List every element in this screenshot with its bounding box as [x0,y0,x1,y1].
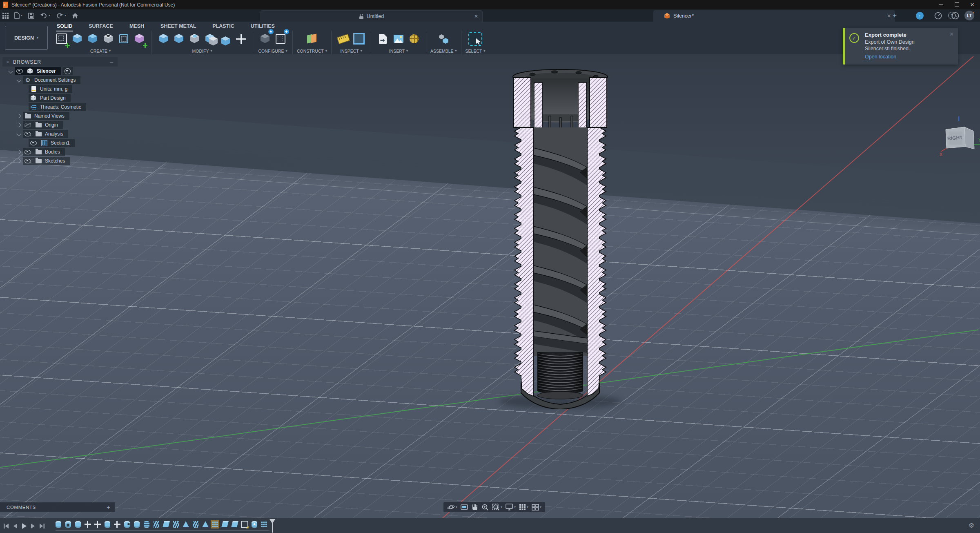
timeline-position-marker[interactable] [270,519,275,533]
avatar[interactable]: LT [964,11,974,20]
step-back-button[interactable] [13,523,18,529]
maximize-button[interactable] [949,0,964,9]
group-label-modify[interactable]: MODIFY▾ [192,49,212,54]
expand-chevron[interactable] [15,132,23,136]
configuration-table-icon[interactable] [273,30,288,47]
timeline-feature[interactable] [172,520,180,529]
open-location-link[interactable]: Open location [865,54,896,60]
group-label-select[interactable]: SELECT▾ [466,49,486,54]
insert-mesh-icon[interactable] [406,30,422,47]
collapse-panel-icon[interactable]: « [2,60,13,64]
undo-button[interactable]: ▾ [40,13,50,18]
timeline-feature[interactable] [230,520,239,529]
group-label-construct[interactable]: CONSTRUCT▾ [297,49,327,54]
expand-chevron[interactable] [7,69,15,73]
home-icon[interactable] [72,13,78,19]
select-tool-icon[interactable] [467,30,484,47]
save-icon[interactable] [28,13,34,19]
close-button[interactable]: ✕ [964,0,980,9]
press-pull-icon[interactable] [156,30,171,47]
expand-chevron[interactable] [15,114,23,118]
fillet-icon[interactable] [171,30,187,47]
visibility-eye-icon[interactable] [24,159,32,163]
viewports-caret[interactable]: ▾ [540,506,541,509]
timeline-feature[interactable] [132,520,141,529]
timeline-feature[interactable] [113,520,121,529]
orbit-caret[interactable]: ▾ [456,506,457,509]
timeline-feature[interactable] [152,520,160,529]
tree-item-named-views[interactable]: Named Views [15,112,125,120]
tree-item-silencer[interactable]: Silencer [7,67,125,76]
timeline-feature[interactable] [83,520,92,529]
timeline-feature[interactable] [142,520,151,529]
group-label-inspect[interactable]: INSPECT▾ [340,49,362,54]
help-icon[interactable]: ? [948,11,956,20]
timeline-feature[interactable] [201,520,209,529]
timeline-feature[interactable] [64,520,72,529]
orbit-icon[interactable]: ▾ [446,502,459,512]
timeline-feature[interactable] [181,520,190,529]
timeline-settings-gear-icon[interactable]: ⚙ [969,522,974,529]
extrude-icon[interactable] [69,30,85,47]
display-caret[interactable]: ▾ [514,506,516,509]
go-to-start-button[interactable] [3,523,9,529]
move-icon[interactable] [233,30,249,47]
document-tab-untitled[interactable]: Untitled ✕ [261,10,483,22]
expand-chevron[interactable] [15,123,23,127]
viewcube-face-label[interactable]: RIGHT [947,135,963,142]
split-body-icon[interactable] [218,30,233,47]
zoom-window-icon[interactable]: ▾ [491,502,503,512]
visibility-eye-icon[interactable] [29,141,38,145]
tree-item-part-design[interactable]: Part Design [29,94,125,103]
create-sketch-icon[interactable] [54,30,69,47]
visibility-eye-icon[interactable] [24,150,32,154]
timeline-feature[interactable] [54,520,62,529]
tree-item-analysis[interactable]: Analysis [15,129,125,138]
timeline-feature[interactable] [122,520,131,529]
play-button[interactable] [21,523,27,529]
grid-settings-icon[interactable]: ▾ [518,502,530,512]
add-comment-button[interactable]: + [107,504,110,511]
section-analysis-icon[interactable] [351,30,367,47]
document-tab-silencer[interactable]: Silencer* ✕ [653,10,895,22]
tab-close-icon[interactable]: ✕ [474,13,478,19]
construct-plane-icon[interactable] [304,30,320,47]
look-at-icon[interactable] [459,502,469,512]
step-forward-button[interactable] [31,523,36,529]
group-label-create[interactable]: CREATE▾ [90,49,111,54]
visibility-eye-off-icon[interactable] [24,123,32,127]
grid-caret[interactable]: ▾ [527,506,528,509]
timeline-feature[interactable] [103,520,111,529]
minimize-button[interactable] [933,0,949,9]
new-component-icon[interactable] [436,30,451,47]
cube-side-face[interactable] [964,127,974,149]
canvas-icon[interactable] [391,30,406,47]
workspace-selector[interactable]: DESIGN ▾ [5,26,48,50]
revolve-icon[interactable] [85,30,100,47]
expand-chevron[interactable] [15,159,23,163]
upgrade-icon[interactable]: ↑ [916,11,924,20]
timeline-feature[interactable] [93,520,102,529]
timeline-feature[interactable] [220,520,229,529]
ground-target-icon[interactable] [62,67,73,75]
minimize-panel-icon[interactable]: – [110,59,114,65]
pattern-icon[interactable] [116,30,131,47]
expand-chevron[interactable] [15,150,23,154]
zoom-window-caret[interactable]: ▾ [501,506,502,509]
silencer-section-model[interactable] [511,66,609,409]
toast-close-icon[interactable]: ✕ [949,31,954,37]
configure-icon[interactable] [257,30,273,47]
3d-viewport[interactable]: RIGHT X Y [0,54,980,533]
timeline-feature[interactable] [240,520,249,529]
display-settings-icon[interactable]: ▾ [504,502,517,512]
measure-icon[interactable] [336,30,351,47]
tree-item-units[interactable]: Units: mm, g [29,85,125,94]
visibility-eye-icon[interactable] [16,69,24,74]
tree-item-section1[interactable]: Section1 [29,138,125,147]
timeline-feature[interactable] [191,520,200,529]
comments-bar[interactable]: COMMENTS + [0,502,115,512]
tree-item-sketches[interactable]: Sketches [15,156,125,165]
timeline-feature[interactable] [162,520,170,529]
browser-header[interactable]: « BROWSER – [2,57,118,67]
hole-icon[interactable] [100,30,116,47]
